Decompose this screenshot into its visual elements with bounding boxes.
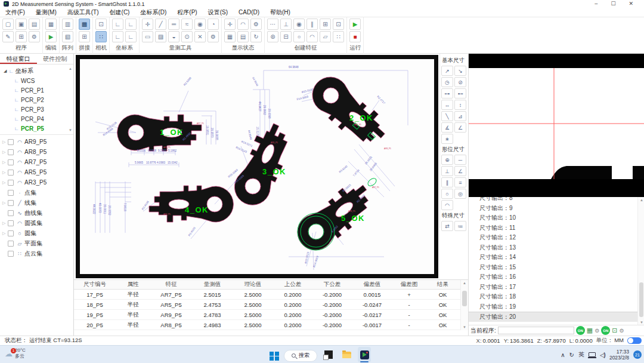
- display-on-toggle[interactable]: ON: [576, 326, 585, 335]
- feature-set-item[interactable]: ▷ ∿ 曲线集: [0, 208, 73, 218]
- menu-item[interactable]: 程序(P): [172, 8, 202, 17]
- feature-set-item[interactable]: ▷ ○ 圆集: [0, 228, 73, 238]
- feature-set-item[interactable]: ▷ ◠ AR7_P5: [0, 157, 73, 167]
- view-3d-icon[interactable]: ↻: [250, 31, 262, 42]
- feature-set-item[interactable]: ▷ ◠ AR9_P5: [0, 137, 73, 147]
- create-points-icon[interactable]: ⋯: [267, 19, 278, 30]
- visibility-checkbox[interactable]: [8, 159, 14, 165]
- perpendicularity-icon[interactable]: ⊥: [441, 166, 453, 176]
- scroll-down-icon[interactable]: ▼: [463, 325, 466, 329]
- array-create-icon[interactable]: ▥: [62, 19, 73, 30]
- circle-tool-icon[interactable]: ◉: [194, 19, 206, 30]
- menu-item[interactable]: 高级工具(T): [62, 8, 104, 17]
- dist-diagonal-icon[interactable]: ╲: [441, 111, 453, 121]
- visibility-checkbox[interactable]: [8, 190, 14, 196]
- visibility-checkbox[interactable]: [8, 149, 14, 155]
- minimize-button[interactable]: –: [595, 0, 597, 8]
- camera-live-view[interactable]: [469, 54, 644, 197]
- angle-4point-icon[interactable]: ∠: [454, 122, 466, 133]
- visibility-checkbox[interactable]: [8, 230, 14, 236]
- output-list-item[interactable]: 尺寸输出：17: [469, 282, 644, 293]
- feature-set-item[interactable]: ▷ ◠ 圆弧集: [0, 218, 73, 228]
- menu-item[interactable]: 创建(C): [104, 8, 135, 17]
- dim-list-icon[interactable]: ≔: [454, 221, 466, 231]
- create-plane-icon[interactable]: ▱: [320, 31, 331, 42]
- scroll-down-icon[interactable]: ▼: [640, 321, 643, 324]
- arc-tool-icon[interactable]: ◔: [208, 19, 219, 30]
- coordsys-item[interactable]: ∟ PCR_P1: [0, 85, 73, 95]
- output-list-item[interactable]: 尺寸输出：19: [469, 302, 644, 312]
- unit-toggle[interactable]: [627, 337, 642, 344]
- create-lines-icon[interactable]: ∥: [306, 19, 318, 30]
- feature-set-item[interactable]: ▷ ◠ AR8_P5: [0, 147, 73, 157]
- table-scrollbar[interactable]: ▲ ▼: [460, 280, 468, 330]
- dist-point-line-icon[interactable]: ↘: [454, 66, 466, 76]
- width-dim-icon[interactable]: ⇄: [441, 221, 453, 231]
- output-list-item[interactable]: 尺寸输出：10: [469, 213, 644, 223]
- output-scrollbar[interactable]: ▲ ▼: [637, 197, 644, 325]
- notification-badge[interactable]: 21: [633, 350, 642, 359]
- taskbar-app-paint[interactable]: [322, 347, 335, 362]
- dist-vertical-icon[interactable]: ↕: [454, 100, 466, 110]
- run-icon[interactable]: ▶: [349, 19, 361, 30]
- collapse-icon[interactable]: ◢: [4, 69, 9, 73]
- scrollbar-thumb[interactable]: [639, 282, 643, 317]
- output-list-item[interactable]: 尺寸输出：20: [469, 312, 644, 322]
- open-program-icon[interactable]: ▣: [16, 19, 27, 30]
- table-row[interactable]: 20_P5半径AR8_P52.49832.5000 0.2000-0.2000-…: [74, 320, 468, 330]
- expand-icon[interactable]: ▷: [2, 201, 8, 205]
- output-list-item[interactable]: 尺寸输出：12: [469, 233, 644, 243]
- scroll-up-icon[interactable]: ▲: [69, 67, 72, 70]
- create-star-icon[interactable]: ⊛: [267, 31, 278, 42]
- taskbar-app-explorer[interactable]: [340, 347, 353, 362]
- coordsys-item[interactable]: ∟ PCR_P4: [0, 114, 73, 124]
- pick-tool-icon[interactable]: ✛: [142, 19, 153, 30]
- create-region-icon[interactable]: ⊡: [333, 19, 344, 30]
- cad-viewport[interactable]: R2.500844.994819.980129.987039.9688Φ15.0…: [74, 54, 439, 279]
- circle-diameter-icon[interactable]: ⊘: [454, 77, 466, 87]
- roundness-icon[interactable]: ○: [441, 189, 453, 199]
- construct-dim-icon[interactable]: ∗: [441, 134, 453, 144]
- table-row[interactable]: 17_P5半径AR7_P52.50152.5000 0.2000-0.20000…: [74, 290, 468, 300]
- show-chart-icon[interactable]: ▤: [237, 31, 249, 42]
- tray-volume-icon[interactable]: ◁): [600, 352, 605, 358]
- rect-tool-icon[interactable]: ▭: [142, 31, 153, 42]
- taskbar-app-smartghost[interactable]: [358, 347, 371, 362]
- taskbar-search[interactable]: 搜索: [284, 350, 317, 362]
- stitch-settings-icon[interactable]: ⊞: [79, 31, 90, 42]
- current-program-input[interactable]: [498, 327, 574, 334]
- output-list-item[interactable]: 尺寸输出：15: [469, 263, 644, 273]
- coordsys-item[interactable]: ∟ WCS: [0, 76, 73, 85]
- visibility-checkbox[interactable]: [8, 180, 14, 186]
- expand-icon[interactable]: ▷: [2, 231, 8, 236]
- expand-icon[interactable]: ▷: [2, 150, 8, 155]
- taskbar-clock[interactable]: 17:332023/2/8: [609, 349, 629, 361]
- stop-icon[interactable]: ■: [349, 31, 361, 42]
- feature-set-item[interactable]: ▷ ◠ AR3_P5: [0, 177, 73, 187]
- stitch-image-icon[interactable]: ▩: [79, 19, 90, 30]
- dist-circle-line-icon[interactable]: ⊶: [441, 88, 453, 99]
- table-row[interactable]: 18_P5半径AR5_P52.47532.5000 0.2000-0.2000-…: [74, 300, 468, 310]
- menu-item[interactable]: CAD(D): [233, 8, 265, 17]
- table-row[interactable]: 19_P5半径AR9_P52.47832.5000 0.2000-0.2000-…: [74, 310, 468, 320]
- close-button[interactable]: ✕: [628, 0, 633, 8]
- create-arc-icon[interactable]: ◠: [306, 31, 318, 42]
- csys-delete-icon[interactable]: ∟: [125, 31, 137, 42]
- new-program-icon[interactable]: ▢: [2, 19, 14, 30]
- feature-set-item[interactable]: ▷ ∷ 点云集: [0, 248, 73, 259]
- expand-icon[interactable]: ▷: [2, 170, 8, 175]
- camera-on-toggle[interactable]: ON: [601, 326, 610, 335]
- curve-tool-icon[interactable]: ≈: [181, 19, 193, 30]
- position-icon[interactable]: ⊕: [441, 155, 453, 165]
- visibility-checkbox[interactable]: [8, 200, 14, 206]
- visibility-checkbox[interactable]: [8, 210, 14, 216]
- tray-chevron-icon[interactable]: ∧: [561, 352, 565, 358]
- expand-icon[interactable]: ▷: [2, 180, 8, 185]
- straightness-icon[interactable]: ─: [454, 155, 466, 165]
- menu-item[interactable]: 帮助(H): [265, 8, 296, 17]
- feature-set-item[interactable]: ▷ ◠ AR5_P5: [0, 167, 73, 177]
- show-dims-icon[interactable]: ✛: [224, 19, 236, 30]
- angularity-icon[interactable]: ∠: [454, 166, 466, 176]
- camera-icon[interactable]: ⊡: [612, 326, 617, 335]
- gauge-tool-icon[interactable]: ◒: [168, 31, 179, 42]
